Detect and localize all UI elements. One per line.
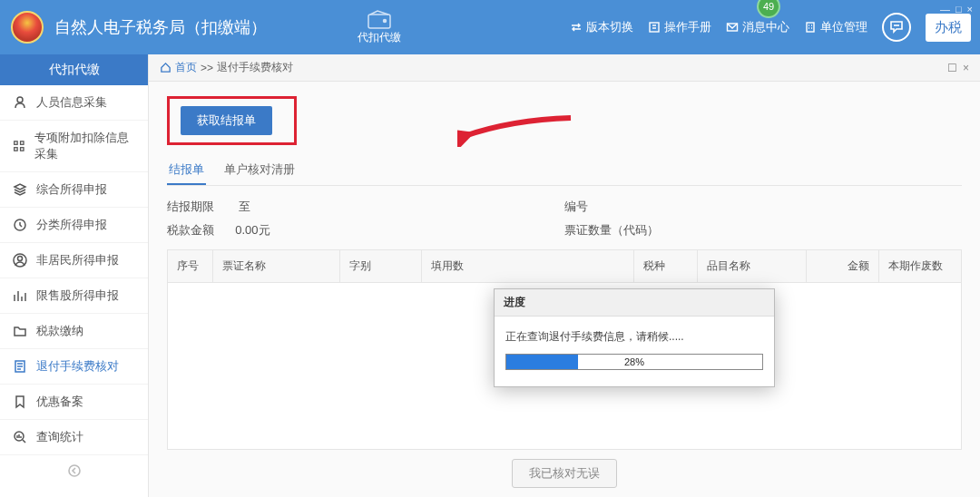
layers-icon bbox=[13, 182, 27, 197]
document-icon bbox=[13, 359, 27, 374]
modal-title: 进度 bbox=[495, 289, 774, 317]
sidebar-item-label: 综合所得申报 bbox=[36, 181, 107, 198]
th-voucher-name: 票证名称 bbox=[213, 250, 340, 282]
folder-icon bbox=[13, 324, 27, 338]
wallet-icon bbox=[367, 10, 392, 30]
th-index: 序号 bbox=[168, 250, 213, 282]
svg-rect-7 bbox=[21, 141, 24, 144]
serial-label: 编号 bbox=[564, 199, 588, 215]
sidebar-item-label: 分类所得申报 bbox=[36, 217, 107, 233]
sidebar-item-label: 退付手续费核对 bbox=[36, 358, 119, 375]
tab-checklist[interactable]: 单户核对清册 bbox=[222, 156, 297, 185]
period-to: 至 bbox=[239, 199, 250, 215]
table-header: 序号 票证名称 字别 填用数 税种 品目名称 金额 本期作废数 bbox=[168, 250, 961, 283]
bookmark-icon bbox=[13, 395, 27, 409]
app-logo bbox=[11, 11, 44, 44]
sidebar-item-refund-check[interactable]: 退付手续费核对 bbox=[0, 349, 148, 385]
messages-link[interactable]: 消息中心 bbox=[726, 19, 789, 35]
main-content: 首页 >> 退付手续费核对 ☐ × 获取结报单 结报单 单户核对清册 bbox=[149, 54, 980, 497]
home-icon bbox=[160, 62, 172, 73]
building-icon bbox=[804, 21, 817, 34]
fetch-button-highlight: 获取结报单 bbox=[167, 96, 297, 145]
svg-point-1 bbox=[384, 19, 387, 22]
sidebar-header: 代扣代缴 bbox=[0, 54, 148, 85]
sidebar-item-nonresident[interactable]: 非居民所得申报 bbox=[0, 243, 148, 278]
svg-rect-4 bbox=[807, 23, 814, 32]
version-switch-link[interactable]: 版本切换 bbox=[570, 19, 633, 35]
progress-text: 28% bbox=[506, 355, 762, 369]
sidebar: 代扣代缴 人员信息采集 专项附加扣除信息采集 综合所得申报 分类所得申报 非居民… bbox=[0, 54, 149, 497]
book-icon bbox=[648, 21, 661, 34]
svg-point-5 bbox=[17, 97, 23, 102]
sidebar-item-label: 限售股所得申报 bbox=[36, 287, 119, 304]
panel-close-icon[interactable]: × bbox=[963, 62, 969, 74]
svg-rect-2 bbox=[650, 23, 659, 32]
panel-collapse-icon[interactable]: ☐ bbox=[947, 62, 957, 74]
sidebar-item-preferential[interactable]: 优惠备案 bbox=[0, 385, 148, 420]
grid-icon bbox=[13, 139, 25, 153]
handle-tax-button[interactable]: 办税 bbox=[926, 14, 971, 42]
sidebar-item-restricted-stock[interactable]: 限售股所得申报 bbox=[0, 278, 148, 314]
breadcrumb-home-link[interactable]: 首页 bbox=[175, 60, 197, 75]
svg-point-15 bbox=[69, 465, 80, 476]
sidebar-item-label: 税款缴纳 bbox=[36, 323, 83, 339]
content-tabs: 结报单 单户核对清册 bbox=[167, 156, 962, 186]
sidebar-item-label: 非居民所得申报 bbox=[36, 252, 119, 268]
detail-rows: 结报期限 至 编号 税款金额 0.00元 票证数量（代码） bbox=[167, 199, 962, 246]
fetch-report-button[interactable]: 获取结报单 bbox=[181, 106, 272, 135]
sidebar-item-tax-payment[interactable]: 税款缴纳 bbox=[0, 314, 148, 349]
chevron-left-icon bbox=[68, 464, 81, 477]
sidebar-item-personnel[interactable]: 人员信息采集 bbox=[0, 85, 148, 121]
svg-rect-9 bbox=[21, 148, 24, 151]
hotline: 纳税服务热线 12366 bbox=[0, 489, 148, 497]
progress-modal: 进度 正在查询退付手续费信息，请稍候..... 28% bbox=[494, 288, 775, 387]
header-actions: 版本切换 操作手册 消息中心 单位管理 办税 bbox=[570, 0, 971, 54]
header-center-link[interactable]: 代扣代缴 bbox=[358, 10, 401, 45]
svg-rect-0 bbox=[368, 15, 390, 28]
swap-icon bbox=[570, 21, 583, 34]
sidebar-item-label: 优惠备案 bbox=[36, 394, 83, 410]
modal-message: 正在查询退付手续费信息，请稍候..... bbox=[505, 329, 763, 345]
confirm-checked-button[interactable]: 我已核对无误 bbox=[512, 459, 617, 488]
progress-bar: 28% bbox=[505, 354, 763, 370]
th-used: 填用数 bbox=[422, 250, 634, 282]
sidebar-item-comprehensive[interactable]: 综合所得申报 bbox=[0, 172, 148, 208]
sidebar-item-label: 专项附加扣除信息采集 bbox=[34, 130, 135, 162]
annotation-arrow-icon bbox=[457, 111, 575, 147]
th-amount: 金额 bbox=[807, 250, 879, 282]
period-label: 结报期限 bbox=[167, 199, 214, 215]
th-void: 本期作废数 bbox=[879, 250, 961, 282]
app-title: 自然人电子税务局（扣缴端） bbox=[54, 16, 267, 38]
svg-rect-6 bbox=[15, 141, 17, 144]
sidebar-item-special-deduct[interactable]: 专项附加扣除信息采集 bbox=[0, 121, 148, 172]
th-item-name: 品目名称 bbox=[698, 250, 807, 282]
chat-icon[interactable] bbox=[882, 13, 911, 42]
th-tax-type: 税种 bbox=[634, 250, 698, 282]
breadcrumb-current: 退付手续费核对 bbox=[217, 60, 293, 75]
sidebar-item-query-stats[interactable]: 查询统计 bbox=[0, 420, 148, 455]
th-type: 字别 bbox=[340, 250, 422, 282]
sidebar-item-categorical[interactable]: 分类所得申报 bbox=[0, 208, 148, 243]
voucher-label: 票证数量（代码） bbox=[564, 222, 659, 239]
footer-actions: 我已核对无误 bbox=[167, 450, 962, 488]
svg-rect-8 bbox=[15, 148, 17, 151]
clock-icon bbox=[13, 218, 27, 232]
app-header: — □ × 自然人电子税务局（扣缴端） 代扣代缴 49 版本切换 操作手册 消息… bbox=[0, 0, 980, 54]
sidebar-collapse[interactable] bbox=[0, 455, 148, 489]
amount-value: 0.00元 bbox=[235, 222, 270, 239]
tab-report[interactable]: 结报单 bbox=[167, 156, 206, 185]
sidebar-item-label: 人员信息采集 bbox=[36, 94, 107, 111]
svg-point-11 bbox=[18, 257, 23, 261]
person-icon bbox=[13, 95, 27, 110]
sidebar-item-label: 查询统计 bbox=[36, 429, 83, 445]
chart-icon bbox=[13, 288, 27, 303]
breadcrumb-sep: >> bbox=[201, 62, 213, 74]
amount-label: 税款金额 bbox=[167, 222, 214, 239]
units-link[interactable]: 单位管理 bbox=[804, 19, 867, 35]
search-chart-icon bbox=[13, 430, 27, 444]
person-circle-icon bbox=[13, 253, 27, 268]
mail-icon bbox=[726, 21, 739, 34]
breadcrumb: 首页 >> 退付手续费核对 ☐ × bbox=[149, 54, 980, 82]
manual-link[interactable]: 操作手册 bbox=[648, 19, 711, 35]
